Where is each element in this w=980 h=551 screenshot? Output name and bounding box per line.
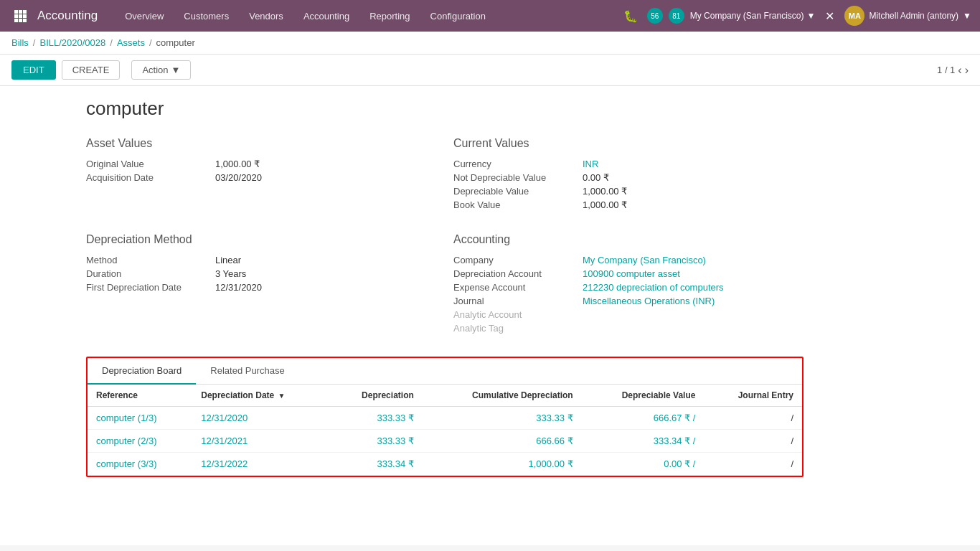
messages-badge[interactable]: 81 xyxy=(669,8,684,24)
pagination-text: 1 / 1 xyxy=(937,65,955,75)
action-dropdown-icon: ▼ xyxy=(171,65,181,75)
row-journal: / xyxy=(704,453,802,476)
dep-account-label: Depreciation Account xyxy=(453,268,583,279)
bug-icon[interactable]: 🐛 xyxy=(620,5,641,27)
svg-rect-1 xyxy=(19,10,22,14)
analytic-account-label: Analytic Account xyxy=(453,309,583,320)
user-menu[interactable]: MA Mitchell Admin (antony) ▼ xyxy=(844,6,971,26)
breadcrumb-bill[interactable]: BILL/2020/0028 xyxy=(39,37,105,48)
col-journal: Journal Entry xyxy=(704,385,802,407)
depreciable-label: Depreciable Value xyxy=(453,186,583,197)
row-depreciation[interactable]: 333.33 ₹ xyxy=(329,430,423,453)
col-reference: Reference xyxy=(88,385,192,407)
company-selector[interactable]: My Company (San Francisco) ▼ xyxy=(690,11,816,21)
row-depreciable[interactable]: 666.67 ₹ / xyxy=(582,407,705,430)
row-depreciable[interactable]: 333.34 ₹ / xyxy=(582,430,705,453)
dep-account-row: Depreciation Account 100900 computer ass… xyxy=(453,268,804,279)
pagination: 1 / 1 ‹ › xyxy=(937,64,969,77)
menu-reporting[interactable]: Reporting xyxy=(359,0,420,32)
svg-rect-7 xyxy=(19,19,22,22)
acquisition-date-row: Acquisition Date 03/20/2020 xyxy=(86,172,436,183)
currency-value[interactable]: INR xyxy=(583,159,598,169)
grid-menu-icon[interactable] xyxy=(9,4,32,27)
journal-value[interactable]: Miscellaneous Operations (INR) xyxy=(583,296,715,306)
expense-account-value[interactable]: 212230 depreciation of computers xyxy=(583,282,724,293)
company-value[interactable]: My Company (San Francisco) xyxy=(583,255,706,265)
first-date-label: First Depreciation Date xyxy=(86,282,215,293)
sort-arrow-icon: ▼ xyxy=(278,392,286,400)
row-dep-date[interactable]: 12/31/2022 xyxy=(192,453,329,476)
row-dep-date[interactable]: 12/31/2020 xyxy=(192,407,329,430)
menu-vendors[interactable]: Vendors xyxy=(239,0,293,32)
breadcrumb-bills[interactable]: Bills xyxy=(11,37,29,48)
dep-account-value[interactable]: 100900 computer asset xyxy=(583,268,680,279)
depreciable-value: 1,000.00 ₹ xyxy=(583,186,627,197)
row-depreciation[interactable]: 333.33 ₹ xyxy=(329,407,423,430)
tab-related-purchase[interactable]: Related Purchase xyxy=(196,358,298,385)
svg-rect-3 xyxy=(14,14,18,18)
book-value-label: Book Value xyxy=(453,199,583,210)
tab-depreciation-board[interactable]: Depreciation Board xyxy=(88,358,196,385)
action-button[interactable]: Action ▼ xyxy=(131,60,191,80)
analytic-tag-row: Analytic Tag xyxy=(453,323,804,334)
book-value: 1,000.00 ₹ xyxy=(583,199,627,210)
currency-label: Currency xyxy=(453,159,583,169)
row-cumulative[interactable]: 333.33 ₹ xyxy=(423,407,582,430)
page-title: computer xyxy=(86,98,804,120)
create-button[interactable]: CREATE xyxy=(62,60,121,80)
svg-rect-2 xyxy=(23,10,27,14)
main-content: computer Asset Values Original Value 1,0… xyxy=(0,86,980,545)
col-depreciation: Depreciation xyxy=(329,385,423,407)
current-values-heading: Current Values xyxy=(453,137,804,150)
table-row: computer (1/3) 12/31/2020 333.33 ₹ 333.3… xyxy=(88,407,802,430)
asset-values-heading: Asset Values xyxy=(86,137,436,150)
menu-overview[interactable]: Overview xyxy=(115,0,174,32)
row-dep-date[interactable]: 12/31/2021 xyxy=(192,430,329,453)
svg-rect-6 xyxy=(14,19,18,22)
not-depreciable-value: 0.00 ₹ xyxy=(583,172,609,183)
company-label: Company xyxy=(453,255,583,265)
menu-accounting[interactable]: Accounting xyxy=(293,0,359,32)
book-value-row: Book Value 1,000.00 ₹ xyxy=(453,199,804,210)
current-values-section: Current Values Currency INR Not Deprecia… xyxy=(453,137,804,213)
row-reference[interactable]: computer (1/3) xyxy=(88,407,192,430)
top-menu: Overview Customers Vendors Accounting Re… xyxy=(115,0,620,32)
menu-customers[interactable]: Customers xyxy=(174,0,239,32)
menu-configuration[interactable]: Configuration xyxy=(420,0,496,32)
original-value: 1,000.00 ₹ xyxy=(215,159,260,169)
row-cumulative[interactable]: 1,000.00 ₹ xyxy=(423,453,582,476)
breadcrumb-sep-1: / xyxy=(33,37,36,48)
row-depreciable[interactable]: 0.00 ₹ / xyxy=(582,453,705,476)
expense-account-row: Expense Account 212230 depreciation of c… xyxy=(453,282,804,293)
table-row: computer (2/3) 12/31/2021 333.33 ₹ 666.6… xyxy=(88,430,802,453)
tabs-section: Depreciation Board Related Purchase Refe… xyxy=(86,357,804,477)
original-value-label: Original Value xyxy=(86,159,215,169)
tabs-header: Depreciation Board Related Purchase xyxy=(88,358,802,385)
svg-rect-4 xyxy=(19,14,22,18)
method-value: Linear xyxy=(215,255,241,265)
row-reference[interactable]: computer (2/3) xyxy=(88,430,192,453)
original-value-row: Original Value 1,000.00 ₹ xyxy=(86,159,436,169)
first-date-value: 12/31/2020 xyxy=(215,282,262,293)
not-depreciable-label: Not Depreciable Value xyxy=(453,172,583,183)
method-label: Method xyxy=(86,255,215,265)
updates-badge[interactable]: 56 xyxy=(647,8,663,24)
table-header-row: Reference Depreciation Date ▼ Depreciati… xyxy=(88,385,802,407)
row-cumulative[interactable]: 666.66 ₹ xyxy=(423,430,582,453)
row-depreciation[interactable]: 333.34 ₹ xyxy=(329,453,423,476)
top-navigation: Accounting Overview Customers Vendors Ac… xyxy=(0,0,980,32)
close-icon[interactable]: ✕ xyxy=(821,9,839,23)
breadcrumb-assets[interactable]: Assets xyxy=(117,37,145,48)
first-date-row: First Depreciation Date 12/31/2020 xyxy=(86,282,436,293)
col-dep-date[interactable]: Depreciation Date ▼ xyxy=(192,385,329,407)
next-page-button[interactable]: › xyxy=(965,64,969,77)
row-reference[interactable]: computer (3/3) xyxy=(88,453,192,476)
edit-button[interactable]: EDIT xyxy=(11,60,56,80)
svg-rect-5 xyxy=(23,14,27,18)
breadcrumb: Bills / BILL/2020/0028 / Assets / comput… xyxy=(0,32,980,55)
currency-row: Currency INR xyxy=(453,159,804,169)
prev-page-button[interactable]: ‹ xyxy=(958,64,961,77)
depreciation-method-heading: Depreciation Method xyxy=(86,233,436,246)
company-row: Company My Company (San Francisco) xyxy=(453,255,804,265)
row-journal: / xyxy=(704,407,802,430)
